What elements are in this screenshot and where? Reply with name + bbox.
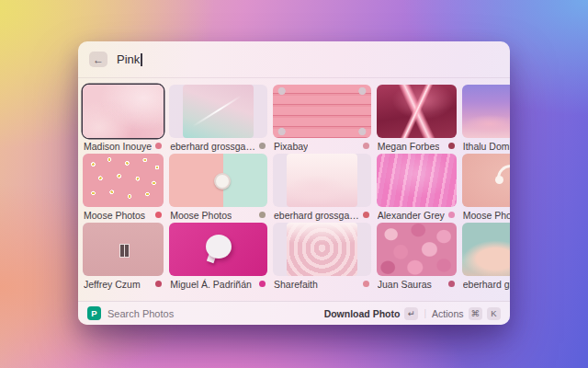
- photographer-avatar: [259, 143, 266, 149]
- photo-image: [287, 223, 357, 276]
- photo-meta: eberhard grossga…: [273, 207, 371, 223]
- photo-thumbnail[interactable]: [462, 223, 510, 276]
- text-cursor: [141, 53, 142, 66]
- photo-image: [462, 85, 510, 138]
- photographer-name: Alexander Grey: [378, 210, 445, 221]
- photo-thumbnail[interactable]: [83, 223, 164, 276]
- photo-thumbnail[interactable]: [273, 223, 371, 276]
- photo-meta: Sharefaith: [273, 276, 371, 292]
- photo-image: [273, 85, 371, 138]
- photographer-avatar: [155, 281, 162, 287]
- photo-image: [169, 223, 267, 276]
- photographer-name: eberhard grossga…: [170, 141, 255, 152]
- photographer-name: Moose Photos: [170, 210, 232, 221]
- photo-image: [169, 154, 267, 207]
- photo-result[interactable]: eberhard grossga…: [169, 85, 267, 154]
- photo-thumbnail[interactable]: [273, 85, 371, 138]
- photo-meta: Jeffrey Czum: [83, 276, 164, 292]
- photo-thumbnail[interactable]: [377, 154, 457, 207]
- photo-thumbnail[interactable]: [169, 154, 267, 207]
- photo-meta: Moose Photos: [462, 207, 510, 223]
- photo-result[interactable]: Miguel Á. Padriñán: [169, 223, 267, 292]
- photo-image: [83, 85, 164, 138]
- photo-meta: Pixabay: [273, 138, 371, 154]
- photo-image: [83, 223, 164, 276]
- photo-result[interactable]: Moose Photos: [169, 154, 267, 223]
- photographer-avatar: [363, 281, 369, 287]
- desktop-background: { "search": { "query": "Pink", "back_ico…: [0, 0, 588, 368]
- photographer-avatar: [448, 143, 455, 149]
- photographer-avatar: [155, 212, 162, 218]
- photo-meta: Megan Forbes: [377, 138, 457, 154]
- photo-result[interactable]: Madison Inouye: [83, 85, 164, 154]
- photo-result[interactable]: Moose Photos: [83, 154, 164, 223]
- photo-thumbnail[interactable]: [83, 154, 164, 207]
- photo-thumbnail[interactable]: [462, 85, 510, 138]
- actions-label: Actions: [432, 308, 463, 319]
- photographer-name: Jeffrey Czum: [84, 279, 141, 290]
- photographer-name: Moose Photos: [463, 210, 510, 221]
- photographer-avatar: [259, 212, 266, 218]
- photographer-name: eberhard grossga…: [463, 279, 510, 290]
- photo-image: [377, 223, 457, 276]
- photo-result[interactable]: Juan Sauras: [377, 223, 457, 292]
- download-photo-button[interactable]: Download Photo ↵: [324, 307, 419, 320]
- photo-result[interactable]: Megan Forbes: [377, 85, 457, 154]
- photo-image: [83, 154, 164, 207]
- photographer-avatar: [259, 281, 266, 287]
- photo-thumbnail-selected[interactable]: [83, 85, 164, 138]
- photo-image: [287, 154, 357, 207]
- photo-meta: Alexander Grey: [377, 207, 457, 223]
- photo-results-grid: Madison Inouye eberhard grossga… Pixabay…: [78, 78, 510, 301]
- photo-result[interactable]: Alexander Grey: [377, 154, 457, 223]
- photo-meta: eberhard grossga…: [169, 138, 267, 154]
- photographer-avatar: [448, 281, 455, 287]
- photo-image: [462, 154, 510, 207]
- photo-result[interactable]: Jeffrey Czum: [83, 223, 164, 292]
- photographer-name: Pixabay: [274, 141, 308, 152]
- photographer-name: Sharefaith: [274, 279, 318, 290]
- photographer-name: Ithalu Dominguez: [463, 141, 510, 152]
- actions-button[interactable]: Actions ⌘ K: [432, 307, 501, 320]
- pexels-icon: P: [87, 306, 101, 320]
- search-input[interactable]: Pink: [117, 52, 142, 66]
- photographer-avatar: [363, 143, 369, 149]
- back-button[interactable]: ←: [89, 52, 107, 67]
- launcher-window: ← Pink Madison Inouye eberhard grossga…: [78, 41, 510, 325]
- command-key-icon: ⌘: [469, 307, 483, 320]
- photo-thumbnail[interactable]: [377, 85, 457, 138]
- photo-meta: eberhard grossga…: [462, 276, 510, 292]
- command-title: Search Photos: [107, 308, 174, 319]
- photo-thumbnail[interactable]: [169, 223, 267, 276]
- footer-bar: P Search Photos Download Photo ↵ | Actio…: [78, 301, 510, 325]
- photo-thumbnail[interactable]: [462, 154, 510, 207]
- photo-result[interactable]: eberhard grossga…: [462, 223, 510, 292]
- photographer-name: Moose Photos: [84, 210, 145, 221]
- photographer-name: Madison Inouye: [84, 141, 152, 152]
- photo-result[interactable]: Moose Photos: [462, 154, 510, 223]
- photo-thumbnail[interactable]: [273, 154, 371, 207]
- photographer-name: Miguel Á. Padriñán: [170, 279, 252, 290]
- photographer-avatar: [363, 212, 369, 218]
- photo-thumbnail[interactable]: [377, 223, 457, 276]
- footer-divider: |: [424, 308, 426, 318]
- search-query-text: Pink: [117, 52, 140, 66]
- arrow-left-icon: ←: [93, 54, 104, 65]
- photo-result[interactable]: Sharefaith: [273, 223, 371, 292]
- photo-image: [377, 85, 457, 138]
- photo-meta: Juan Sauras: [377, 276, 457, 292]
- photo-meta: Ithalu Dominguez: [462, 138, 510, 154]
- photographer-avatar: [448, 212, 455, 218]
- photo-meta: Miguel Á. Padriñán: [169, 276, 267, 292]
- photo-image: [377, 154, 457, 207]
- photo-result[interactable]: Pixabay: [273, 85, 371, 154]
- footer-actions: Download Photo ↵ | Actions ⌘ K: [324, 307, 501, 320]
- photo-meta: Madison Inouye: [83, 138, 164, 154]
- photo-result[interactable]: Ithalu Dominguez: [462, 85, 510, 154]
- photo-image: [183, 85, 254, 138]
- photographer-name: eberhard grossga…: [274, 210, 359, 221]
- photo-meta: Moose Photos: [169, 207, 267, 223]
- photo-result[interactable]: eberhard grossga…: [273, 154, 371, 223]
- pexels-letter: P: [91, 308, 96, 318]
- photo-thumbnail[interactable]: [169, 85, 267, 138]
